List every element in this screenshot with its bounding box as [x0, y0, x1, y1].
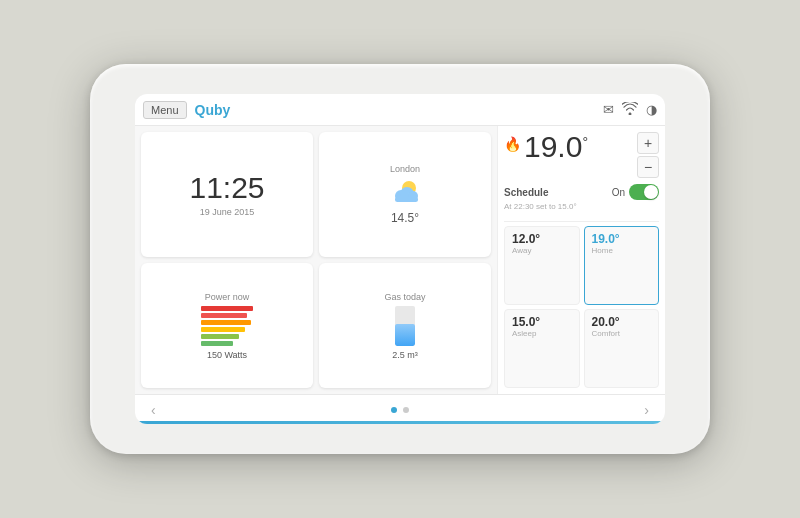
mode-away[interactable]: 12.0° Away [504, 226, 580, 305]
top-tiles-row: 11:25 19 June 2015 London [141, 132, 491, 257]
device-shell: Menu Quby ✉ ◑ [90, 64, 710, 454]
mode-asleep[interactable]: 15.0° Asleep [504, 309, 580, 388]
weather-icon [387, 178, 423, 209]
nav-bar-accent-line [135, 421, 665, 424]
mode-home-temp: 19.0° [592, 232, 620, 246]
mode-away-name: Away [512, 246, 531, 255]
screen: Menu Quby ✉ ◑ [135, 94, 665, 424]
power-bar-2 [201, 313, 247, 318]
main-content: 11:25 19 June 2015 London [135, 126, 665, 394]
brand-logo: Quby [195, 102, 231, 118]
mode-grid: 12.0° Away 19.0° Home 15.0° Asleep 20.0°… [504, 226, 659, 388]
power-bar-3 [201, 320, 251, 325]
top-bar: Menu Quby ✉ ◑ [135, 94, 665, 126]
toggle-knob [644, 185, 658, 199]
temp-down-button[interactable]: − [637, 156, 659, 178]
clock-date: 19 June 2015 [200, 207, 255, 217]
gas-value: 2.5 m³ [392, 350, 418, 360]
mode-comfort[interactable]: 20.0° Comfort [584, 309, 660, 388]
gas-bar-container [395, 306, 415, 346]
gas-chart [395, 306, 415, 346]
power-label: Power now [205, 292, 250, 302]
weather-tile: London 14.5° [319, 132, 491, 257]
mode-asleep-temp: 15.0° [512, 315, 540, 329]
temp-control: 🔥 19.0 ° + − [504, 132, 659, 178]
temp-buttons: + − [637, 132, 659, 178]
nav-dot-2[interactable] [403, 407, 409, 413]
schedule-row: Schedule On [504, 184, 659, 200]
degree-symbol: ° [582, 134, 588, 150]
mode-comfort-temp: 20.0° [592, 315, 620, 329]
schedule-toggle[interactable] [629, 184, 659, 200]
gas-tile: Gas today 2.5 m³ [319, 263, 491, 388]
schedule-label: Schedule [504, 187, 548, 198]
next-arrow[interactable]: › [644, 402, 649, 418]
left-panel: 11:25 19 June 2015 London [135, 126, 497, 394]
power-bar-5 [201, 334, 239, 339]
nav-bar: ‹ › [135, 394, 665, 424]
theme-icon[interactable]: ◑ [646, 102, 657, 117]
mode-home-name: Home [592, 246, 613, 255]
power-bar-1 [201, 306, 253, 311]
power-bar-4 [201, 327, 245, 332]
power-bar-6 [201, 341, 233, 346]
right-panel: 🔥 19.0 ° + − Schedule On [497, 126, 665, 394]
menu-button[interactable]: Menu [143, 101, 187, 119]
temp-up-button[interactable]: + [637, 132, 659, 154]
clock-tile: 11:25 19 June 2015 [141, 132, 313, 257]
power-bars [201, 306, 253, 346]
temp-display: 🔥 19.0 ° [504, 132, 588, 162]
gas-label: Gas today [384, 292, 425, 302]
svg-rect-4 [395, 197, 418, 202]
mail-icon[interactable]: ✉ [603, 102, 614, 117]
power-value: 150 Watts [207, 350, 247, 360]
schedule-on-label: On [612, 187, 625, 198]
prev-arrow[interactable]: ‹ [151, 402, 156, 418]
mode-comfort-name: Comfort [592, 329, 620, 338]
nav-dots [391, 407, 409, 413]
mode-away-temp: 12.0° [512, 232, 540, 246]
right-divider [504, 221, 659, 222]
weather-location: London [390, 164, 420, 174]
flame-icon: 🔥 [504, 136, 521, 152]
gas-bar-fill [395, 324, 415, 346]
schedule-time: At 22:30 set to 15.0° [504, 202, 659, 211]
mode-home[interactable]: 19.0° Home [584, 226, 660, 305]
mode-asleep-name: Asleep [512, 329, 536, 338]
top-icons: ✉ ◑ [603, 102, 657, 118]
nav-dot-1[interactable] [391, 407, 397, 413]
weather-temp: 14.5° [391, 211, 419, 225]
bottom-tiles-row: Power now 150 Watts Gas tod [141, 263, 491, 388]
current-temp: 19.0 [524, 132, 582, 162]
clock-time: 11:25 [189, 173, 264, 203]
power-tile: Power now 150 Watts [141, 263, 313, 388]
wifi-icon [622, 102, 638, 118]
